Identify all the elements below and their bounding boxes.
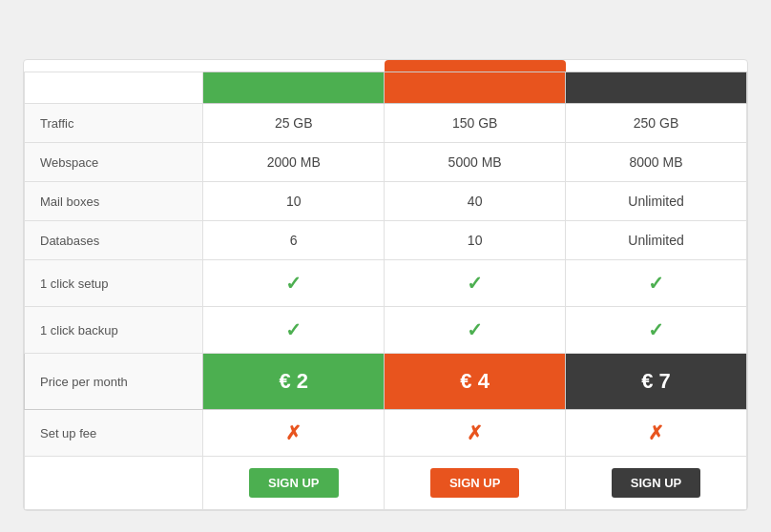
feature-medium: 5000 MB [385,143,566,182]
setup-medium: ✗ [385,410,566,457]
feature-starter: 2000 MB [203,143,385,182]
feature-professional: Unlimited [566,221,747,260]
signup-button-professional[interactable]: Sign Up [612,468,700,498]
popular-badge-row [25,60,747,72]
feature-starter: ✓ [203,307,385,354]
feature-medium: ✓ [385,260,566,307]
empty-header [25,72,203,104]
check-icon: ✓ [648,273,664,294]
signup-cell-starter: Sign Up [203,457,385,510]
feature-medium: 40 [385,182,566,221]
feature-starter: 10 [203,182,385,221]
feature-label: Mail boxes [25,182,203,221]
starter-badge-cell [203,60,385,72]
feature-professional: ✓ [566,307,747,354]
feature-rows: Traffic25 GB150 GB250 GBWebspace2000 MB5… [25,104,747,354]
professional-badge-cell [566,60,747,72]
feature-row: 1 click setup✓✓✓ [25,260,747,307]
signup-empty [25,457,203,510]
feature-row: Databases610Unlimited [25,221,747,260]
feature-label: Databases [25,221,203,260]
popular-badge-cell [385,60,566,72]
price-professional: € 7 [566,354,747,410]
professional-header [566,72,747,104]
setup-label: Set up fee [25,410,203,457]
feature-label: 1 click setup [25,260,203,307]
feature-label: 1 click backup [25,307,203,354]
price-medium: € 4 [385,354,566,410]
footer-rows: Price per month€ 2€ 4€ 7Set up fee✗✗✗Sig… [25,354,747,510]
signup-button-starter[interactable]: Sign Up [249,468,338,498]
medium-header [385,72,566,104]
empty-cell-badge [25,60,203,72]
check-icon: ✓ [467,319,483,340]
setup-starter: ✗ [203,410,385,457]
feature-professional: 250 GB [566,104,747,143]
feature-row: Traffic25 GB150 GB250 GB [25,104,747,143]
feature-row: Webspace2000 MB5000 MB8000 MB [25,143,747,182]
feature-medium: 10 [385,221,566,260]
signup-row: Sign UpSign UpSign Up [25,457,747,510]
signup-button-medium[interactable]: Sign Up [430,468,519,498]
check-icon: ✓ [467,273,483,294]
signup-cell-professional: Sign Up [566,457,747,510]
signup-cell-medium: Sign Up [385,457,566,510]
popular-badge [385,60,566,72]
feature-medium: 150 GB [385,104,566,143]
feature-professional: 8000 MB [566,143,747,182]
feature-professional: Unlimited [566,182,747,221]
feature-starter: 25 GB [203,104,385,143]
feature-medium: ✓ [385,307,566,354]
setup-professional: ✗ [566,410,747,457]
pricing-table: Traffic25 GB150 GB250 GBWebspace2000 MB5… [24,60,747,510]
setup-row: Set up fee✗✗✗ [25,410,747,457]
cross-icon: ✗ [285,422,302,443]
cross-icon: ✗ [648,422,664,443]
feature-starter: 6 [203,221,385,260]
feature-row: Mail boxes1040Unlimited [25,182,747,221]
price-row: Price per month€ 2€ 4€ 7 [25,354,747,410]
check-icon: ✓ [648,319,664,340]
feature-label: Traffic [25,104,203,143]
price-label: Price per month [25,354,203,410]
check-icon: ✓ [285,273,302,294]
feature-label: Webspace [25,143,203,182]
feature-row: 1 click backup✓✓✓ [25,307,747,354]
feature-professional: ✓ [566,260,747,307]
check-icon: ✓ [285,319,302,340]
plan-header-row [25,72,747,104]
cross-icon: ✗ [467,422,483,443]
starter-header [203,72,385,104]
feature-starter: ✓ [203,260,385,307]
price-starter: € 2 [203,354,385,410]
pricing-table-wrapper: Traffic25 GB150 GB250 GBWebspace2000 MB5… [23,59,748,511]
